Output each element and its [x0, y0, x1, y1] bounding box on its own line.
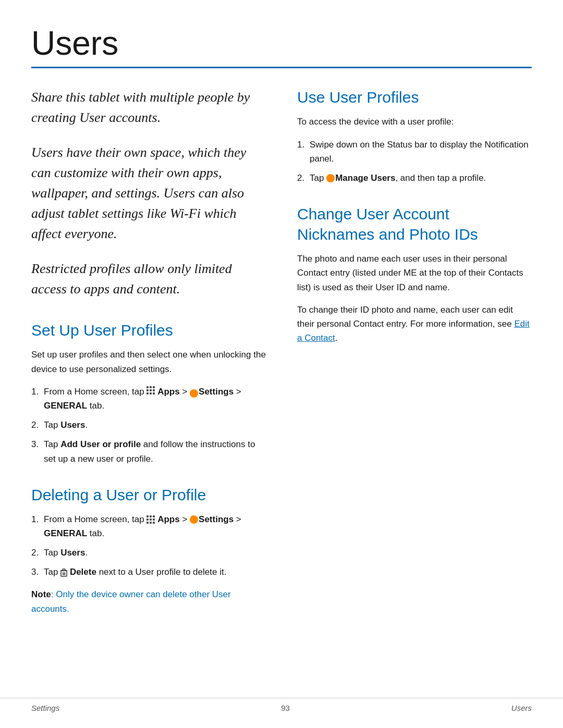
svg-rect-10 — [150, 515, 152, 517]
use-step-num-2: 2. — [297, 171, 304, 185]
use-profiles-steps: 1. Swipe down on the Status bar to displ… — [297, 138, 532, 186]
manage-users-label: Manage Users — [335, 173, 395, 183]
svg-rect-17 — [153, 522, 155, 524]
intro-text-1: Share this tablet with multiple people b… — [31, 87, 266, 128]
change-account-para2-prefix: To change their ID photo and name, each … — [297, 305, 514, 329]
delete-step-num-3: 3. — [31, 565, 39, 579]
step-1-text: From a Home screen, tap — [44, 387, 241, 411]
use-step-1-text: Swipe down on the Status bar to display … — [310, 140, 529, 164]
svg-rect-4 — [150, 389, 152, 391]
delete-step-1-text: From a Home screen, tap — [44, 514, 241, 538]
svg-rect-16 — [150, 522, 152, 524]
footer-left: Settings — [31, 704, 59, 712]
change-account-para2: To change their ID photo and name, each … — [297, 303, 532, 346]
delete-section: Deleting a User or Profile 1. From a Hom… — [31, 485, 266, 616]
apps-icon-2 — [146, 514, 157, 524]
delete-heading: Deleting a User or Profile — [31, 485, 266, 505]
svg-rect-0 — [146, 386, 149, 388]
set-up-step-3: 3. Tap Add User or profile and follow th… — [31, 437, 266, 465]
use-step-2: 2. Tap Manage Users, and then tap a prof… — [297, 171, 532, 185]
set-up-step-1: 1. From a Home screen, tap — [31, 385, 266, 413]
svg-rect-13 — [150, 519, 152, 521]
svg-rect-1 — [150, 386, 152, 388]
two-column-layout: Share this tablet with multiple people b… — [31, 87, 532, 634]
change-account-heading-line1: Change User Account — [297, 205, 449, 223]
add-user-label: Add User or profile — [60, 439, 141, 449]
change-account-para2-suffix: . — [335, 333, 338, 343]
set-up-section: Set Up User Profiles Set up user profile… — [31, 320, 266, 465]
change-account-heading-line2: Nicknames and Photo IDs — [297, 226, 478, 243]
change-account-heading: Change User Account Nicknames and Photo … — [297, 204, 532, 244]
change-account-para1: The photo and name each user uses in the… — [297, 252, 532, 294]
svg-rect-11 — [153, 515, 155, 517]
left-column: Share this tablet with multiple people b… — [31, 87, 266, 634]
step-2-text: Tap Users. — [44, 420, 88, 430]
users-label-2: Users — [60, 548, 85, 558]
delete-step-2-text: Tap Users. — [44, 548, 88, 558]
delete-steps: 1. From a Home screen, tap — [31, 512, 266, 579]
title-divider — [31, 67, 532, 68]
svg-rect-7 — [150, 392, 152, 394]
page-title: Users — [31, 25, 532, 61]
right-column: Use User Profiles To access the device w… — [297, 87, 532, 634]
svg-rect-9 — [146, 515, 149, 517]
apps-label: Apps — [157, 387, 180, 397]
trash-icon — [60, 569, 67, 577]
settings-icon-2 — [190, 515, 198, 524]
step-num-2: 2. — [31, 418, 39, 432]
svg-rect-12 — [146, 519, 149, 521]
delete-label: Delete — [70, 567, 96, 577]
svg-rect-2 — [153, 386, 155, 388]
manage-users-icon — [326, 174, 335, 182]
intro-text-2: Users have their own space, which they c… — [31, 142, 266, 244]
note-label: Note — [31, 589, 51, 599]
settings-icon — [190, 389, 198, 398]
svg-rect-8 — [153, 392, 155, 394]
use-profiles-section: Use User Profiles To access the device w… — [297, 87, 532, 185]
use-step-2-text: Tap Manage Users, and then tap a profile… — [310, 173, 486, 183]
use-step-num-1: 1. — [297, 138, 304, 152]
svg-rect-5 — [153, 389, 155, 391]
intro-text-3: Restricted profiles allow only limited a… — [31, 258, 266, 299]
use-profiles-description: To access the device with a user profile… — [297, 115, 532, 129]
delete-step-1: 1. From a Home screen, tap — [31, 512, 266, 540]
page-container: Users Share this tablet with multiple pe… — [0, 0, 563, 666]
delete-step-num-1: 1. — [31, 512, 39, 526]
delete-step-2: 2. Tap Users. — [31, 546, 266, 560]
set-up-step-2: 2. Tap Users. — [31, 418, 266, 432]
delete-step-3: 3. Tap Delete next to a User profile to … — [31, 565, 266, 579]
delete-step-num-2: 2. — [31, 546, 39, 560]
use-step-1: 1. Swipe down on the Status bar to displ… — [297, 138, 532, 166]
general-label: GENERAL — [44, 401, 87, 411]
general-label-2: GENERAL — [44, 528, 87, 538]
set-up-description: Set up user profiles and then select one… — [31, 348, 266, 376]
use-profiles-heading: Use User Profiles — [297, 87, 532, 107]
svg-rect-15 — [146, 522, 149, 524]
delete-step-3-text: Tap Delete next to a User profile to del… — [44, 567, 226, 577]
step-num-3: 3. — [31, 437, 39, 451]
change-account-section: Change User Account Nicknames and Photo … — [297, 204, 532, 345]
set-up-heading: Set Up User Profiles — [31, 320, 266, 340]
users-label: Users — [60, 420, 85, 430]
svg-rect-3 — [146, 389, 149, 391]
set-up-steps: 1. From a Home screen, tap — [31, 385, 266, 466]
footer-center: 93 — [281, 704, 290, 712]
step-3-text: Tap Add User or profile and follow the i… — [44, 439, 255, 463]
apps-icon — [146, 387, 157, 397]
step-num-1: 1. — [31, 385, 39, 399]
page-footer: Settings 93 Users — [0, 698, 563, 712]
settings-label-2: Settings — [199, 514, 234, 524]
apps-label-2: Apps — [157, 514, 180, 524]
note-text: Note: Only the device owner can delete o… — [31, 587, 266, 615]
svg-rect-6 — [146, 392, 149, 394]
settings-label: Settings — [199, 387, 234, 397]
note-content: : Only the device owner can delete other… — [31, 589, 231, 613]
svg-rect-14 — [153, 519, 155, 521]
footer-right: Users — [511, 704, 532, 712]
